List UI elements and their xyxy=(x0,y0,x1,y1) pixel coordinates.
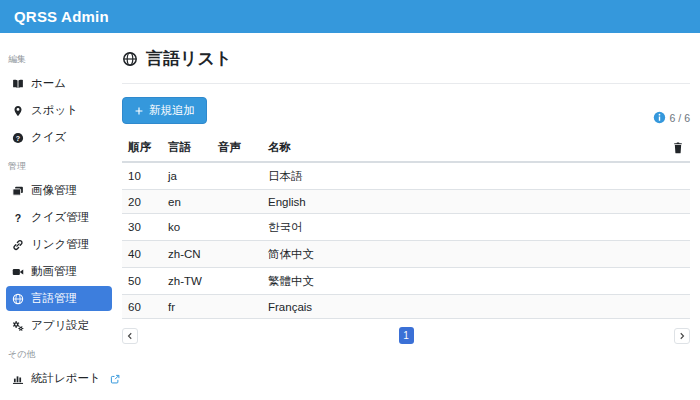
table-cell: 简体中文 xyxy=(262,241,660,268)
current-page-button[interactable]: 1 xyxy=(399,327,414,344)
record-count: 6 / 6 xyxy=(653,111,690,124)
sidebar-item-book-open[interactable]: ホーム xyxy=(6,71,112,96)
sidebar-item-chart-bar[interactable]: 統計レポート xyxy=(6,366,112,391)
prev-page-button[interactable] xyxy=(122,328,138,344)
column-header: 音声 xyxy=(212,134,262,162)
table-row[interactable]: 50zh-TW繁體中文 xyxy=(122,268,690,295)
table-cell xyxy=(212,295,262,319)
column-header: 名称 xyxy=(262,134,660,162)
plus-icon xyxy=(134,106,144,116)
map-marker-icon xyxy=(12,105,24,117)
page-title: 言語リスト xyxy=(122,47,690,70)
sidebar-item-label: アプリ設定 xyxy=(31,318,89,333)
table-cell: 10 xyxy=(122,162,162,190)
record-count-text: 6 / 6 xyxy=(670,112,690,124)
app-header: QRSS Admin xyxy=(0,0,700,33)
sidebar: 編集ホームスポットクイズ管理画像管理クイズ管理リンク管理動画管理言語管理アプリ設… xyxy=(0,33,118,400)
sidebar-item-question-circle[interactable]: クイズ xyxy=(6,125,112,150)
add-new-button[interactable]: 新規追加 xyxy=(122,97,207,124)
table-row[interactable]: 40zh-CN简体中文 xyxy=(122,241,690,268)
video-icon xyxy=(12,266,24,278)
column-header: 言語 xyxy=(162,134,212,162)
title-divider xyxy=(122,83,690,84)
table-cell xyxy=(212,214,262,241)
sidebar-item-map-marker[interactable]: スポット xyxy=(6,98,112,123)
sidebar-item-globe[interactable]: 言語管理 xyxy=(6,286,112,311)
toolbar: 新規追加 6 / 6 xyxy=(122,97,690,124)
table-cell: en xyxy=(162,190,212,214)
chevron-left-icon xyxy=(126,332,134,340)
sidebar-item-cogs[interactable]: アプリ設定 xyxy=(6,313,112,338)
sidebar-item-label: 統計レポート xyxy=(31,371,101,386)
table-cell xyxy=(212,241,262,268)
question-icon xyxy=(12,212,24,224)
table-cell xyxy=(212,268,262,295)
table-cell: 40 xyxy=(122,241,162,268)
table-cell-action xyxy=(660,295,690,319)
table-cell: 日本語 xyxy=(262,162,660,190)
chart-bar-icon xyxy=(12,373,24,385)
table-cell: fr xyxy=(162,295,212,319)
table-cell: ja xyxy=(162,162,212,190)
table-row[interactable]: 60frFrançais xyxy=(122,295,690,319)
table-row[interactable]: 20enEnglish xyxy=(122,190,690,214)
sidebar-item-label: リンク管理 xyxy=(31,237,89,252)
images-icon xyxy=(12,185,24,197)
table-cell: zh-CN xyxy=(162,241,212,268)
question-circle-icon xyxy=(12,132,24,144)
table-cell-action xyxy=(660,190,690,214)
table-cell: Français xyxy=(262,295,660,319)
sidebar-section-label: 管理 xyxy=(8,160,118,173)
book-open-icon xyxy=(12,78,24,90)
sidebar-item-label: 画像管理 xyxy=(31,183,77,198)
globe-icon xyxy=(12,293,24,305)
table-row[interactable]: 10ja日本語 xyxy=(122,162,690,190)
table-cell-action xyxy=(660,268,690,295)
globe-icon xyxy=(122,51,138,67)
column-header: 順序 xyxy=(122,134,162,162)
table-body: 10ja日本語20enEnglish30ko한국어40zh-CN简体中文50zh… xyxy=(122,162,690,319)
chevron-right-icon xyxy=(678,332,686,340)
sidebar-section-label: 編集 xyxy=(8,53,118,66)
sidebar-item-sign-out[interactable]: ログアウト xyxy=(6,393,112,400)
table-cell-action xyxy=(660,162,690,190)
sidebar-item-link[interactable]: リンク管理 xyxy=(6,232,112,257)
table-cell: 20 xyxy=(122,190,162,214)
sidebar-item-label: クイズ xyxy=(31,130,66,145)
table-cell-action xyxy=(660,214,690,241)
info-circle-icon xyxy=(653,111,666,124)
next-page-button[interactable] xyxy=(674,328,690,344)
sidebar-item-images[interactable]: 画像管理 xyxy=(6,178,112,203)
table-cell-action xyxy=(660,241,690,268)
sidebar-item-label: ホーム xyxy=(31,76,66,91)
sidebar-item-label: 言語管理 xyxy=(31,291,77,306)
table-cell: 60 xyxy=(122,295,162,319)
table-cell xyxy=(212,190,262,214)
table-cell: zh-TW xyxy=(162,268,212,295)
language-table: 順序言語音声名称 10ja日本語20enEnglish30ko한국어40zh-C… xyxy=(122,134,690,319)
table-cell: 繁體中文 xyxy=(262,268,660,295)
pagination: 1 xyxy=(122,327,690,344)
table-cell: 한국어 xyxy=(262,214,660,241)
sidebar-item-label: クイズ管理 xyxy=(31,210,89,225)
app-title: QRSS Admin xyxy=(14,8,109,25)
sidebar-item-question[interactable]: クイズ管理 xyxy=(6,205,112,230)
table-cell: English xyxy=(262,190,660,214)
sidebar-item-video[interactable]: 動画管理 xyxy=(6,259,112,284)
table-row[interactable]: 30ko한국어 xyxy=(122,214,690,241)
add-new-label: 新規追加 xyxy=(149,103,195,118)
trash-icon[interactable] xyxy=(672,142,684,154)
main-content: 言語リスト 新規追加 6 / 6 順序言語音声名称 10ja日本語20enEng… xyxy=(118,33,700,400)
sidebar-item-label: 動画管理 xyxy=(31,264,77,279)
cogs-icon xyxy=(12,320,24,332)
table-cell: 30 xyxy=(122,214,162,241)
table-cell: ko xyxy=(162,214,212,241)
delete-column-header xyxy=(660,134,690,162)
sidebar-section-label: その他 xyxy=(8,348,118,361)
sidebar-item-label: スポット xyxy=(31,103,78,118)
table-cell: 50 xyxy=(122,268,162,295)
table-cell xyxy=(212,162,262,190)
table-header-row: 順序言語音声名称 xyxy=(122,134,690,162)
link-icon xyxy=(12,239,24,251)
page-title-text: 言語リスト xyxy=(146,47,232,70)
